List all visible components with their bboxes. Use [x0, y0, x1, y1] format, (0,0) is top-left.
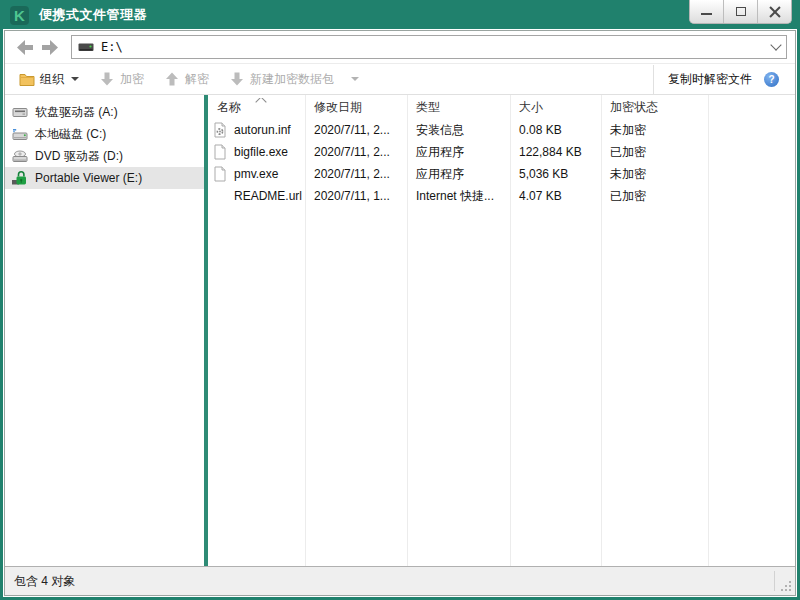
window-content: E:\ 组织 加密	[4, 30, 796, 596]
titlebar: K 便携式文件管理器	[0, 0, 800, 30]
cell-size: 122,884 KB	[510, 145, 601, 159]
column-header-label: 名称	[217, 99, 241, 116]
file-icon	[212, 144, 228, 160]
organize-label: 组织	[40, 71, 64, 88]
cell-name: autorun.inf	[234, 123, 291, 137]
sidebar-item-portable-e[interactable]: Portable Viewer (E:)	[5, 167, 204, 189]
table-row[interactable]: README.url 2020/7/11, 1... Internet 快捷..…	[208, 185, 795, 207]
cell-type: 应用程序	[407, 166, 510, 183]
column-header-status[interactable]: 加密状态	[601, 99, 708, 116]
sidebar-item-label: Portable Viewer (E:)	[35, 171, 142, 185]
chevron-down-icon[interactable]	[770, 39, 781, 50]
column-header-label: 加密状态	[610, 99, 658, 116]
cell-status: 未加密	[601, 166, 708, 183]
close-button[interactable]	[757, 0, 791, 23]
decrypt-label: 解密	[185, 71, 209, 88]
folder-icon	[19, 71, 35, 87]
new-encrypted-package-label: 新建加密数据包	[250, 71, 334, 88]
close-icon	[769, 6, 781, 18]
cell-type: 安装信息	[407, 122, 510, 139]
encrypt-button[interactable]: 加密	[93, 66, 150, 92]
help-icon[interactable]: ?	[764, 72, 779, 87]
table-row[interactable]: bigfile.exe 2020/7/11, 2... 应用程序 122,884…	[208, 141, 795, 163]
no-icon	[212, 188, 228, 204]
caret-down-icon	[351, 77, 359, 81]
cell-date: 2020/7/11, 1...	[305, 189, 407, 203]
drive-sidebar: 软盘驱动器 (A:) 本地磁盘 (C:)	[5, 95, 204, 566]
app-window: K 便携式文件管理器	[0, 0, 800, 600]
cell-size: 4.07 KB	[510, 189, 601, 203]
caret-down-icon	[71, 77, 79, 81]
sidebar-item-label: DVD 驱动器 (D:)	[35, 148, 123, 165]
maximize-button[interactable]	[723, 0, 757, 23]
column-header-label: 大小	[519, 99, 543, 116]
navigation-bar: E:\	[5, 31, 795, 63]
table-row[interactable]: autorun.inf 2020/7/11, 2... 安装信息 0.08 KB…	[208, 119, 795, 141]
table-row[interactable]: pmv.exe 2020/7/11, 2... 应用程序 5,036 KB 未加…	[208, 163, 795, 185]
cell-date: 2020/7/11, 2...	[305, 123, 407, 137]
cell-name: README.url	[234, 189, 302, 203]
column-header-row: 名称 修改日期 类型 大小 加密状态	[208, 95, 795, 119]
column-header-name[interactable]: 名称	[208, 98, 305, 116]
encrypted-drive-icon	[12, 170, 28, 186]
sidebar-item-label: 软盘驱动器 (A:)	[35, 104, 118, 121]
new-encrypted-package-button[interactable]: 新建加密数据包	[223, 66, 365, 92]
back-button[interactable]	[13, 36, 37, 58]
drive-icon	[78, 41, 94, 53]
address-bar[interactable]: E:\	[71, 35, 787, 59]
arrow-left-icon	[16, 39, 35, 56]
column-header-type[interactable]: 类型	[407, 99, 510, 116]
column-header-size[interactable]: 大小	[510, 99, 601, 116]
minimize-icon	[701, 13, 712, 15]
cell-date: 2020/7/11, 2...	[305, 145, 407, 159]
window-controls	[689, 0, 792, 24]
column-header-label: 类型	[416, 99, 440, 116]
cell-name: bigfile.exe	[234, 145, 288, 159]
statusbar-separator	[774, 571, 775, 591]
arrow-down-icon	[229, 71, 245, 87]
cell-type: Internet 快捷...	[407, 188, 510, 205]
dvd-drive-icon	[12, 148, 28, 164]
column-header-label: 修改日期	[314, 99, 362, 116]
sidebar-item-floppy-a[interactable]: 软盘驱动器 (A:)	[5, 101, 204, 123]
floppy-drive-icon	[12, 104, 28, 120]
cell-status: 未加密	[601, 122, 708, 139]
forward-button[interactable]	[37, 36, 61, 58]
kaspersky-logo-icon: K	[10, 6, 29, 25]
address-text: E:\	[101, 40, 772, 54]
resize-grip[interactable]	[779, 579, 793, 593]
column-header-date[interactable]: 修改日期	[305, 99, 407, 116]
maximize-icon	[736, 7, 746, 16]
toolbar: 组织 加密 解密 新建加密数据包	[5, 63, 795, 95]
hard-disk-icon	[12, 126, 28, 142]
setup-file-icon	[212, 122, 228, 138]
sidebar-item-label: 本地磁盘 (C:)	[35, 126, 106, 143]
cell-name: pmv.exe	[234, 167, 278, 181]
arrow-up-icon	[164, 71, 180, 87]
sort-ascending-icon	[255, 98, 266, 108]
status-bar: 包含 4 对象	[5, 566, 795, 595]
encrypt-label: 加密	[120, 71, 144, 88]
cell-date: 2020/7/11, 2...	[305, 167, 407, 181]
cell-size: 5,036 KB	[510, 167, 601, 181]
main-area: 软盘驱动器 (A:) 本地磁盘 (C:)	[5, 95, 795, 566]
toolbar-right-group: 复制时解密文件 ?	[653, 64, 787, 94]
cell-status: 已加密	[601, 188, 708, 205]
cell-type: 应用程序	[407, 144, 510, 161]
file-icon	[212, 166, 228, 182]
sidebar-item-dvd-d[interactable]: DVD 驱动器 (D:)	[5, 145, 204, 167]
decrypt-on-copy-label[interactable]: 复制时解密文件	[668, 71, 752, 88]
window-title: 便携式文件管理器	[39, 6, 147, 24]
cell-status: 已加密	[601, 144, 708, 161]
minimize-button[interactable]	[690, 0, 723, 23]
file-list: 名称 修改日期 类型 大小 加密状态	[208, 95, 795, 566]
decrypt-button[interactable]: 解密	[158, 66, 215, 92]
arrow-down-icon	[99, 71, 115, 87]
cell-size: 0.08 KB	[510, 123, 601, 137]
status-text: 包含 4 对象	[14, 573, 75, 590]
arrow-right-icon	[40, 39, 59, 56]
sidebar-item-local-c[interactable]: 本地磁盘 (C:)	[5, 123, 204, 145]
organize-button[interactable]: 组织	[13, 66, 85, 92]
toolbar-separator	[653, 65, 654, 94]
